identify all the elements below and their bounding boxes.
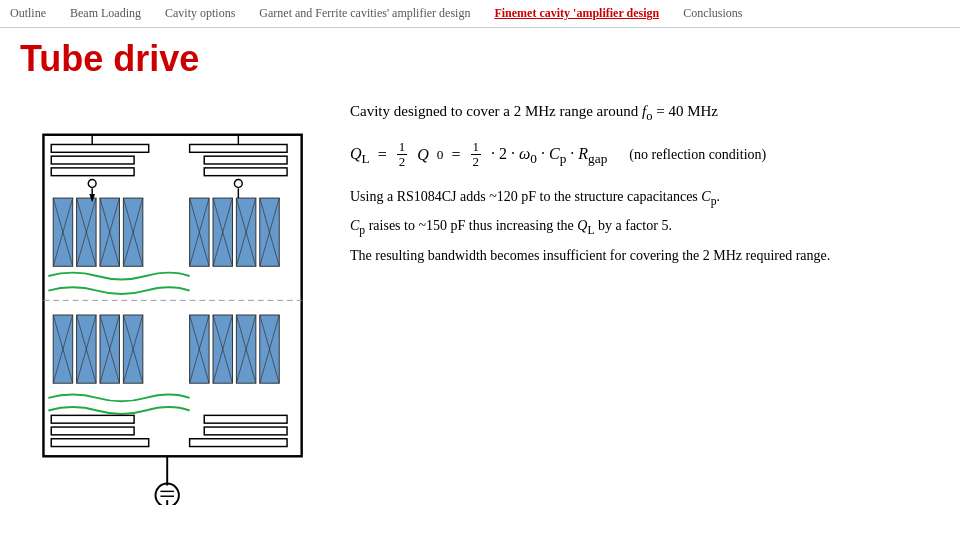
svg-rect-1 xyxy=(51,144,148,152)
text-paragraph-3: The resulting bandwidth becomes insuffic… xyxy=(350,245,920,267)
svg-rect-62 xyxy=(51,439,148,447)
para2-text: Cp raises to ~150 pF thus increasing the… xyxy=(350,218,672,233)
svg-point-34 xyxy=(234,180,242,188)
formula-intro-text: Cavity designed to cover a 2 MHz range a… xyxy=(350,99,718,126)
ql-formula-block: QL = 1 2 Q0 = 1 2 · 2 · ω0 · Cp · Rgap (… xyxy=(350,140,920,170)
no-reflection-note: (no reflection condition) xyxy=(629,144,766,166)
svg-rect-64 xyxy=(204,427,287,435)
ql-label: QL xyxy=(350,141,370,170)
svg-rect-3 xyxy=(51,168,134,176)
svg-rect-2 xyxy=(51,156,134,164)
fraction-half2: 1 2 xyxy=(471,140,482,170)
text-paragraph-2: Cp raises to ~150 pF thus increasing the… xyxy=(350,215,920,240)
nav-cavity-options[interactable]: Cavity options xyxy=(153,6,247,21)
main-content: Cavity designed to cover a 2 MHz range a… xyxy=(0,85,960,535)
para3-text: The resulting bandwidth becomes insuffic… xyxy=(350,248,830,263)
text-paragraph-1: Using a RS1084CJ adds ~120 pF to the str… xyxy=(350,186,920,211)
text-content: Cavity designed to cover a 2 MHz range a… xyxy=(330,85,940,535)
svg-rect-5 xyxy=(204,156,287,164)
page-title: Tube drive xyxy=(0,28,960,85)
cavity-diagram xyxy=(20,85,330,535)
nav-beam-loading[interactable]: Beam Loading xyxy=(58,6,153,21)
para1-text: Using a RS1084CJ adds ~120 pF to the str… xyxy=(350,189,720,204)
nav-conclusions[interactable]: Conclusions xyxy=(671,6,754,21)
svg-rect-60 xyxy=(51,415,134,423)
nav-outline[interactable]: Outline xyxy=(10,6,58,21)
svg-point-20 xyxy=(88,180,96,188)
svg-rect-63 xyxy=(204,415,287,423)
formula-intro-line: Cavity designed to cover a 2 MHz range a… xyxy=(350,99,920,126)
navigation-bar: Outline Beam Loading Cavity options Garn… xyxy=(0,0,960,28)
svg-rect-61 xyxy=(51,427,134,435)
svg-rect-4 xyxy=(190,144,287,152)
svg-rect-6 xyxy=(204,168,287,176)
nav-garnet-ferrite[interactable]: Garnet and Ferrite cavities' amplifier d… xyxy=(247,6,482,21)
fraction-half: 1 2 xyxy=(397,140,408,170)
q0-label: Q xyxy=(417,142,429,168)
svg-rect-65 xyxy=(190,439,287,447)
nav-finemet-active[interactable]: Finemet cavity 'amplifier design xyxy=(482,6,671,21)
